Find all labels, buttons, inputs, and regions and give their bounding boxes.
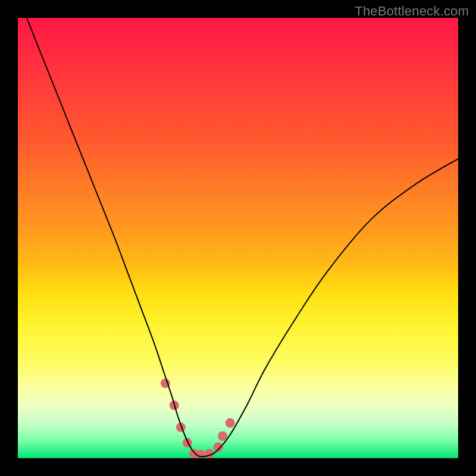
watermark-text: TheBottleneck.com <box>355 4 469 19</box>
highlight-dot <box>214 443 223 452</box>
plot-area <box>18 18 458 458</box>
highlight-dot <box>226 418 235 428</box>
bottleneck-curve <box>27 18 458 456</box>
chart-svg <box>18 18 458 458</box>
highlight-dots-group <box>161 378 235 458</box>
highlight-dot <box>218 431 227 441</box>
highlight-dot <box>183 438 192 447</box>
chart-frame: TheBottleneck.com <box>0 0 476 476</box>
